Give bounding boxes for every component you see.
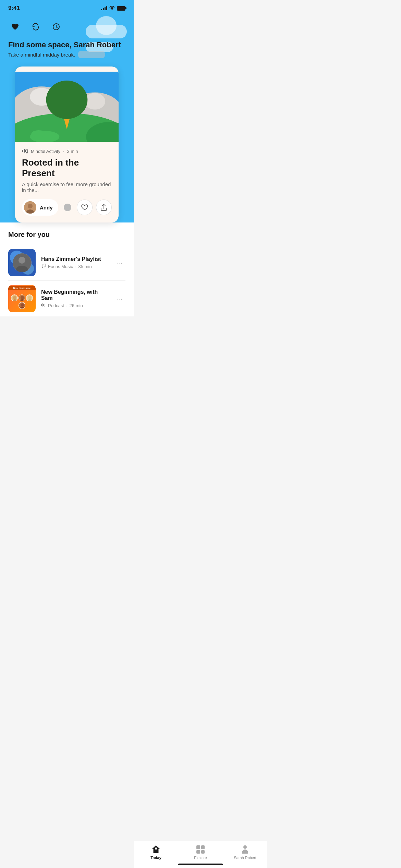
greeting: Find some space, Sarah Robert Take a min…	[8, 40, 125, 58]
card-title: Rooted in the Present	[22, 157, 112, 179]
like-button[interactable]	[77, 200, 93, 215]
author-pill[interactable]: Andy	[22, 199, 58, 216]
author-name: Andy	[40, 205, 53, 210]
card-duration: 2 min	[67, 149, 78, 154]
svg-point-20	[45, 266, 46, 267]
svg-point-23	[21, 296, 24, 299]
refresh-icon[interactable]	[29, 20, 42, 34]
action-icons-row	[8, 20, 125, 34]
svg-point-5	[85, 93, 105, 109]
hans-music-icon	[41, 264, 46, 269]
progress-dot	[64, 204, 71, 211]
svg-point-14	[28, 204, 33, 208]
status-time: 9:41	[8, 5, 20, 12]
svg-point-25	[28, 296, 32, 299]
greeting-title: Find some space, Sarah Robert	[8, 40, 125, 49]
svg-point-17	[19, 257, 25, 264]
card-meta: Mindful Activity · 2 min	[22, 148, 112, 155]
card-category: Mindful Activity	[31, 149, 60, 154]
greeting-subtitle: Take a mindful midday break.	[8, 51, 125, 58]
svg-point-9	[46, 81, 88, 119]
wifi-icon	[109, 5, 115, 11]
card-description: A quick exercise to feel more grounded i…	[22, 181, 112, 193]
dear-thumbnail: Dear Headspace	[8, 285, 36, 312]
svg-point-21	[13, 296, 16, 299]
heart-icon[interactable]	[8, 20, 22, 34]
more-section: More for you Hans Zimmer's	[0, 222, 134, 316]
sound-icon	[22, 148, 28, 155]
list-item-2[interactable]: Dear Headspace	[8, 281, 125, 316]
more-section-title: More for you	[8, 231, 125, 239]
main-card[interactable]: Mindful Activity · 2 min Rooted in the P…	[15, 67, 119, 222]
svg-point-24	[20, 299, 25, 301]
svg-point-26	[27, 299, 33, 301]
svg-rect-12	[22, 150, 23, 152]
card-footer: Andy	[22, 199, 112, 216]
dear-more-button[interactable]: ···	[114, 292, 125, 305]
hans-more-button[interactable]: ···	[114, 256, 125, 269]
status-icons	[101, 5, 125, 11]
hans-thumbnail	[8, 249, 36, 276]
dear-label: Dear Headspace	[8, 286, 36, 290]
svg-point-28	[20, 307, 25, 309]
subtitle-pill	[78, 51, 105, 58]
svg-point-19	[42, 267, 43, 268]
card-action-buttons	[77, 200, 112, 215]
author-avatar	[24, 201, 36, 214]
battery-icon	[117, 6, 125, 11]
clock-icon[interactable]	[49, 20, 63, 34]
dear-sound-icon	[41, 303, 46, 308]
svg-point-27	[21, 303, 24, 307]
hero-section: Find some space, Sarah Robert Take a min…	[0, 14, 134, 222]
hans-title: Hans Zimmer's Playlist	[41, 256, 109, 262]
hans-meta: Focus Music · 85 min	[41, 264, 109, 269]
svg-rect-29	[41, 304, 42, 306]
dear-meta: Podcast · 26 min	[41, 303, 109, 308]
card-content: Mindful Activity · 2 min Rooted in the P…	[15, 142, 119, 222]
svg-point-11	[31, 130, 46, 137]
main-card-container: Mindful Activity · 2 min Rooted in the P…	[8, 67, 125, 222]
dear-faces	[8, 287, 36, 311]
list-item[interactable]: Hans Zimmer's Playlist Focus Music · 85 …	[8, 245, 125, 281]
share-button[interactable]	[96, 200, 112, 215]
hans-info: Hans Zimmer's Playlist Focus Music · 85 …	[41, 256, 109, 269]
dear-info: New Beginnings, with Sam Podcast · 26 mi…	[41, 289, 109, 308]
dear-title: New Beginnings, with Sam	[41, 289, 109, 301]
svg-point-22	[12, 299, 17, 301]
status-bar: 9:41	[0, 0, 134, 14]
card-dot: ·	[63, 149, 64, 154]
card-illustration	[15, 67, 119, 142]
signal-icon	[101, 6, 107, 10]
